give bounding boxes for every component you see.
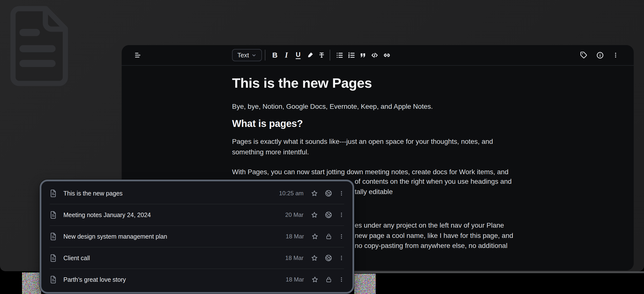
underline-icon: U [296,51,300,59]
favorite-star-icon[interactable] [310,211,318,219]
tag-icon [580,52,588,59]
link-icon [383,52,391,59]
underline-button[interactable]: U [292,45,304,65]
document-paragraph-line: With Pages, you can now start jotting do… [232,168,508,176]
lock-icon[interactable] [325,276,332,283]
outline-list-icon [134,51,142,59]
page-document-icon [50,254,57,262]
document-watermark-icon [4,4,75,89]
pages-list: This is the new pages 10:25 am [41,183,352,290]
bold-button[interactable]: B [269,45,281,65]
favorite-star-icon[interactable] [311,233,319,240]
row-more-vertical-icon[interactable] [339,277,344,282]
document-paragraph-fragment: no copy-pasting from anywhere else, no a… [355,242,508,250]
lock-icon[interactable] [325,233,332,240]
image-noise-right [354,274,376,294]
document-paragraph-line: something more intentful. [232,148,309,156]
globe-icon[interactable] [325,190,332,197]
toolbar-separator [265,50,265,61]
page-list-row[interactable]: New design system management plan 18 Mar [50,226,344,247]
link-button[interactable] [381,45,392,65]
highlight-pen-icon [306,52,314,59]
document-paragraph-fragment: of contents on the right when you use he… [355,178,512,185]
info-icon [596,52,604,59]
page-row-title: Parth’s great love story [64,276,126,283]
page-row-meta: 10:25 am [279,190,344,197]
row-more-vertical-icon[interactable] [339,191,344,196]
document-heading-2: What is pages? [232,118,303,129]
document-paragraph-fragment: new page a cool name, like I have for th… [355,232,513,240]
italic-icon: I [285,51,288,60]
page-row-title: This is the new pages [64,190,123,197]
numbered-list-icon [348,52,355,59]
code-button[interactable] [369,45,380,65]
toolbar-separator [330,50,330,61]
page-document-icon [50,275,57,284]
page-row-time: 18 Mar [286,276,304,283]
document-paragraph-line: Pages is exactly what it sounds like---j… [232,138,493,146]
page-list-row[interactable]: Parth’s great love story 18 Mar [50,269,344,290]
more-menu-button[interactable] [611,45,620,65]
page-row-time: 18 Mar [285,254,304,261]
italic-button[interactable]: I [281,45,292,65]
document-paragraph-fragment: tally editable [355,188,393,196]
row-more-vertical-icon[interactable] [339,212,344,218]
code-icon [371,52,378,59]
page-document-icon [50,232,57,241]
outline-button[interactable] [132,45,144,65]
favorite-star-icon[interactable] [311,276,319,283]
page-row-meta: 18 Mar [285,254,344,262]
page-list-row[interactable]: Meeting notes January 24, 2024 20 Mar [50,204,344,226]
chevron-down-icon [252,53,256,58]
quote-button[interactable] [357,45,369,65]
document-paragraph-fragment: es under any project on the left nav of … [355,221,504,229]
page-row-meta: 18 Mar [286,276,344,283]
row-more-vertical-icon[interactable] [339,255,344,261]
editor-toolbar: Text B I U [122,45,634,66]
info-button[interactable] [594,45,605,65]
document-title: This is the new Pages [232,75,372,91]
strikethrough-button[interactable] [316,45,328,65]
page-row-time: 10:25 am [279,190,304,197]
page-row-title: Client call [64,254,90,262]
text-style-label: Text [238,52,249,59]
highlight-button[interactable] [304,45,316,65]
numbered-list-button[interactable] [346,45,357,65]
image-noise-left [22,272,41,294]
bulleted-list-icon [336,52,344,59]
document-subtitle: Bye, bye, Notion, Google Docs, Evernote,… [232,103,433,111]
page-list-row[interactable]: Client call 18 Mar [50,247,344,269]
globe-icon[interactable] [325,211,332,218]
page-row-title: New design system management plan [64,233,167,240]
globe-icon[interactable] [325,254,332,262]
quote-icon [359,52,366,59]
screenshot-canvas: Text B I U [0,0,644,294]
page-row-title: Meeting notes January 24, 2024 [64,211,151,218]
tag-button[interactable] [578,45,589,65]
bulleted-list-button[interactable] [334,45,346,65]
favorite-star-icon[interactable] [310,190,318,197]
page-list-row[interactable]: This is the new pages 10:25 am [50,183,344,204]
page-row-time: 18 Mar [286,233,304,240]
page-document-icon [50,211,57,219]
bold-icon: B [272,51,278,59]
page-document-icon [50,189,57,197]
row-more-vertical-icon[interactable] [339,234,344,239]
page-row-meta: 18 Mar [286,233,344,240]
page-row-time: 20 Mar [285,211,304,218]
toolbar-right-group [578,45,620,65]
favorite-star-icon[interactable] [310,254,318,262]
page-row-meta: 20 Mar [285,211,344,219]
strikethrough-icon [318,52,325,59]
more-vertical-icon [612,52,619,58]
text-style-dropdown[interactable]: Text [232,49,262,61]
pages-list-panel: This is the new pages 10:25 am [40,180,354,294]
